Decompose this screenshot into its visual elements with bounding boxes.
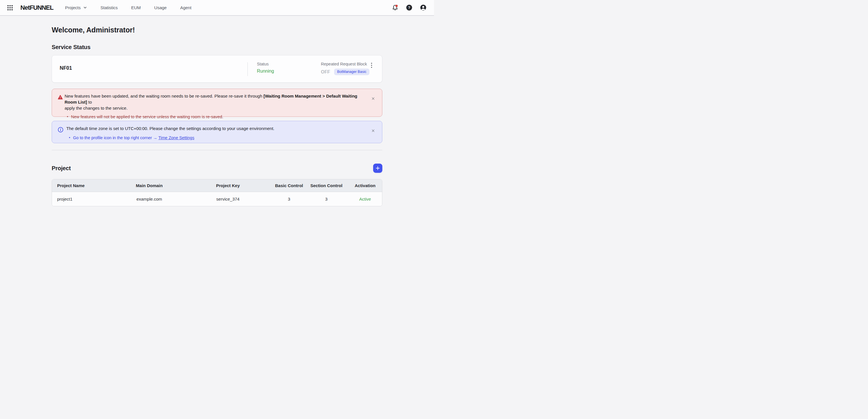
page-title: Welcome, Administrator!: [52, 26, 382, 34]
info-alert-bullet: • Go to the profile icon in the top righ…: [66, 135, 365, 141]
service-name: NF01: [60, 65, 72, 71]
project-title: Project: [52, 165, 71, 172]
main-content: Welcome, Administrator! Service Status N…: [52, 26, 382, 206]
col-activation: Activation: [348, 183, 382, 188]
nav-item-usage[interactable]: Usage: [154, 5, 166, 10]
cell-basic-control: 3: [273, 197, 305, 201]
service-status-card: NF01 Status Running Repeated Request Blo…: [52, 55, 382, 83]
project-section-header: Project: [52, 164, 382, 173]
cell-main-domain: example.com: [116, 197, 183, 201]
repeated-request-block-field: Repeated Request Block OFF BotManager Ba…: [321, 62, 369, 75]
cell-project-name: project1: [52, 197, 116, 201]
card-menu-kebab-icon[interactable]: [369, 62, 374, 69]
nav-item-usage-label: Usage: [154, 5, 166, 10]
profile-avatar-icon[interactable]: [420, 4, 427, 11]
cell-activation-status: Active: [348, 197, 382, 201]
nav-item-projects-label: Projects: [65, 5, 81, 10]
close-glyph: [372, 96, 375, 101]
warning-triangle-icon: [58, 95, 63, 101]
top-nav: NetFUNNEL Projects Statistics EUM Usage …: [0, 0, 434, 16]
help-icon[interactable]: ?: [406, 4, 412, 11]
bullet-icon: •: [67, 114, 68, 120]
warning-alert: New features have been updated, and the …: [52, 89, 382, 117]
bell-glyph: [392, 4, 398, 11]
project-table-header: Project Name Main Domain Project Key Bas…: [52, 180, 382, 192]
col-project-key: Project Key: [183, 183, 273, 188]
repeated-request-block-label: Repeated Request Block: [321, 62, 369, 66]
profile-glyph: [420, 4, 427, 11]
card-divider: [247, 62, 248, 76]
cell-section-control: 3: [305, 197, 348, 201]
plus-icon: [375, 166, 380, 170]
notification-dot: [396, 5, 398, 7]
info-alert: The default time zone is set to UTC+00:0…: [52, 121, 382, 143]
apps-grid-glyph: [7, 5, 12, 10]
info-circle-icon: [58, 127, 63, 134]
warning-bullet-text: New features will not be applied to the …: [71, 114, 223, 120]
info-alert-text: The default time zone is set to UTC+00:0…: [66, 125, 365, 131]
warning-close-icon[interactable]: [370, 95, 376, 102]
kebab-glyph: [371, 63, 372, 68]
nav-item-eum[interactable]: EUM: [131, 5, 141, 10]
warning-text-before: New features have been updated, and the …: [65, 94, 264, 98]
section-divider: [52, 150, 382, 150]
warning-alert-bullet: • New features will not be applied to th…: [65, 114, 365, 120]
nav-menu: Projects Statistics EUM Usage Agent: [65, 5, 191, 10]
nav-item-statistics-label: Statistics: [100, 5, 118, 10]
info-bullet-prefix: Go to the profile icon in the top right …: [73, 135, 158, 140]
info-close-icon[interactable]: [370, 127, 376, 134]
col-main-domain: Main Domain: [116, 183, 183, 188]
status-label: Status: [257, 62, 274, 66]
netfunnel-logo[interactable]: NetFUNNEL: [20, 4, 53, 11]
warning-alert-text-line1: New features have been updated, and the …: [65, 93, 365, 105]
table-row[interactable]: project1 example.com service_374 3 3 Act…: [52, 192, 382, 206]
project-table: Project Name Main Domain Project Key Bas…: [52, 179, 382, 206]
nav-item-statistics[interactable]: Statistics: [100, 5, 118, 10]
apps-grid-icon[interactable]: [7, 5, 12, 10]
help-glyph: ?: [406, 4, 412, 11]
cell-project-key: service_374: [183, 197, 273, 201]
nav-item-agent[interactable]: Agent: [180, 5, 191, 10]
col-section-control: Section Control: [305, 183, 348, 188]
warning-alert-text-line2: apply the changes to the service.: [65, 105, 365, 111]
nav-right-icons: ?: [392, 4, 427, 11]
repeated-request-block-value: OFF: [321, 69, 330, 75]
nav-item-projects[interactable]: Projects: [65, 5, 87, 10]
warning-text-after: to: [87, 100, 92, 104]
botmanager-badge: BotManager Basic: [334, 69, 369, 75]
info-bullet-text: Go to the profile icon in the top right …: [73, 135, 194, 141]
status-value: Running: [257, 69, 274, 74]
svg-text:?: ?: [408, 5, 410, 10]
col-project-name: Project Name: [52, 183, 116, 188]
chevron-down-icon: [83, 6, 87, 9]
status-field: Status Running: [257, 62, 274, 74]
close-glyph: [372, 129, 375, 133]
col-basic-control: Basic Control: [273, 183, 305, 188]
bell-icon[interactable]: [392, 4, 398, 11]
time-zone-settings-link[interactable]: Time Zone Settings: [158, 135, 194, 140]
nav-item-agent-label: Agent: [180, 5, 191, 10]
service-status-title: Service Status: [52, 44, 382, 51]
nav-item-eum-label: EUM: [131, 5, 141, 10]
bullet-icon: •: [69, 135, 70, 141]
add-project-button[interactable]: [373, 164, 382, 173]
